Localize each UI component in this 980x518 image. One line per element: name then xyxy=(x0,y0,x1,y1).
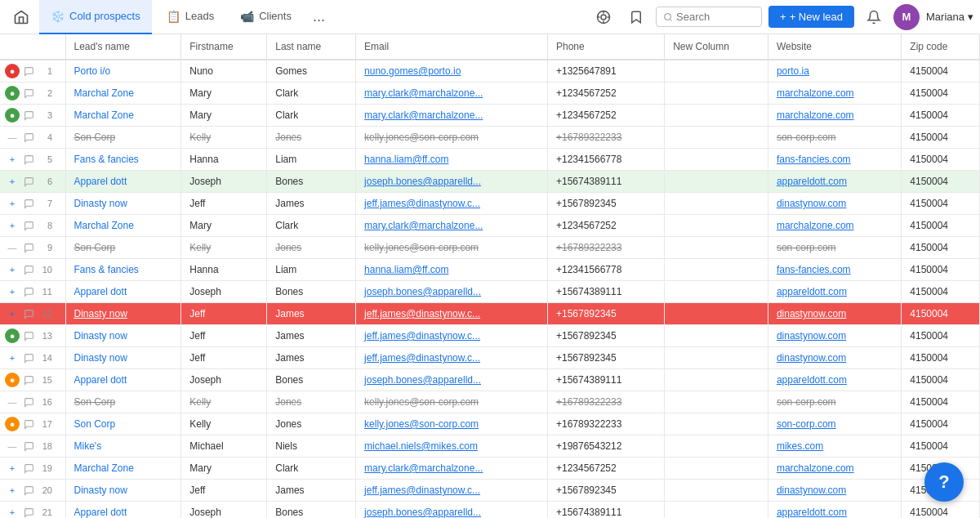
status-icon[interactable]: ● xyxy=(5,86,20,100)
chat-icon[interactable] xyxy=(21,417,36,431)
chat-icon[interactable] xyxy=(21,351,36,365)
email-link[interactable]: jeff.james@dinastynow.c... xyxy=(364,308,480,319)
email-link[interactable]: hanna.liam@ff.com xyxy=(364,154,448,165)
email-cell[interactable]: jeff.james@dinastynow.c... xyxy=(356,193,548,215)
lead-name-cell[interactable]: Apparel dott xyxy=(65,502,181,519)
website-link[interactable]: son-corp.com xyxy=(777,242,836,253)
lead-name-link[interactable]: Marchal Zone xyxy=(74,220,134,231)
chat-icon[interactable] xyxy=(21,218,36,233)
chat-icon[interactable] xyxy=(21,483,36,498)
lead-name-cell[interactable]: Dinasty now xyxy=(65,347,181,369)
email-cell[interactable]: nuno.gomes@porto.io xyxy=(356,60,548,83)
email-link[interactable]: mary.clark@marchalzone... xyxy=(364,462,483,474)
lead-name-cell[interactable]: Apparel dott xyxy=(65,369,181,391)
lead-name-cell[interactable]: Dinasty now xyxy=(65,303,181,325)
website-cell[interactable]: porto.ia xyxy=(768,60,901,83)
website-cell[interactable]: dinastynow.com xyxy=(768,480,901,502)
email-link[interactable]: jeff.james@dinastynow.c... xyxy=(364,330,480,342)
email-cell[interactable]: kelly.jones@son-corp.com xyxy=(356,127,548,149)
email-link[interactable]: mary.clark@marchalzone... xyxy=(364,87,483,99)
help-button[interactable]: ? xyxy=(924,462,964,502)
email-cell[interactable]: mary.clark@marchalzone... xyxy=(356,83,548,105)
lead-name-link[interactable]: Apparel dott xyxy=(74,507,127,518)
website-cell[interactable]: fans-fancies.com xyxy=(768,259,901,281)
chat-icon[interactable] xyxy=(21,395,36,409)
website-link[interactable]: mikes.com xyxy=(777,440,823,452)
status-icon[interactable]: ● xyxy=(5,417,20,431)
email-link[interactable]: nuno.gomes@porto.io xyxy=(364,65,461,77)
col-firstname[interactable]: Firstname xyxy=(181,34,267,60)
email-cell[interactable]: kelly.jones@son-corp.com xyxy=(356,413,548,435)
email-link[interactable]: joseph.bones@apparelld... xyxy=(364,374,481,386)
chat-icon[interactable] xyxy=(21,284,36,299)
lead-name-link[interactable]: Dinasty now xyxy=(74,352,127,364)
website-cell[interactable]: marchalzone.com xyxy=(768,458,901,480)
bookmark-icon[interactable] xyxy=(623,4,649,30)
email-cell[interactable]: joseph.bones@apparelld... xyxy=(356,369,548,391)
lead-name-link[interactable]: Son Corp xyxy=(74,242,116,253)
lead-name-link[interactable]: Apparel dott xyxy=(74,374,127,386)
email-cell[interactable]: jeff.james@dinastynow.c... xyxy=(356,347,548,369)
lead-name-link[interactable]: Apparel dott xyxy=(74,176,127,187)
email-link[interactable]: jeff.james@dinastynow.c... xyxy=(364,352,480,364)
website-link[interactable]: dinastynow.com xyxy=(777,308,846,319)
lead-name-link[interactable]: Dinasty now xyxy=(74,308,127,319)
lead-name-cell[interactable]: Marchal Zone xyxy=(65,105,181,127)
status-icon[interactable]: + xyxy=(5,306,20,321)
lead-name-cell[interactable]: Fans & fancies xyxy=(65,259,181,281)
website-cell[interactable]: dinastynow.com xyxy=(768,347,901,369)
lead-name-cell[interactable]: Dinasty now xyxy=(65,480,181,502)
status-icon[interactable]: — xyxy=(5,395,20,409)
website-link[interactable]: marchalzone.com xyxy=(777,462,854,474)
lead-name-cell[interactable]: Son Corp xyxy=(65,237,181,259)
website-cell[interactable]: dinastynow.com xyxy=(768,303,901,325)
website-link[interactable]: son-corp.com xyxy=(777,418,836,430)
website-cell[interactable]: appareldott.com xyxy=(768,502,901,519)
col-lastname[interactable]: Last name xyxy=(267,34,356,60)
chat-icon[interactable] xyxy=(21,328,36,343)
website-cell[interactable]: appareldott.com xyxy=(768,281,901,303)
website-link[interactable]: son-corp.com xyxy=(777,396,836,408)
status-icon[interactable]: + xyxy=(5,461,20,476)
website-cell[interactable]: marchalzone.com xyxy=(768,215,901,237)
status-icon[interactable]: + xyxy=(5,284,20,299)
search-box[interactable] xyxy=(656,7,762,27)
chat-icon[interactable] xyxy=(21,439,36,453)
website-cell[interactable]: marchalzone.com xyxy=(768,105,901,127)
col-lead-name[interactable]: Lead's name xyxy=(65,34,181,60)
website-link[interactable]: dinastynow.com xyxy=(777,485,846,496)
status-icon[interactable]: ● xyxy=(5,64,20,78)
email-link[interactable]: kelly.jones@son-corp.com xyxy=(364,242,479,253)
lead-name-cell[interactable]: Dinasty now xyxy=(65,193,181,215)
email-link[interactable]: jeff.james@dinastynow.c... xyxy=(364,198,480,209)
website-cell[interactable]: son-corp.com xyxy=(768,413,901,435)
lead-name-link[interactable]: Dinasty now xyxy=(74,198,127,209)
target-icon[interactable] xyxy=(590,4,617,30)
chat-icon[interactable] xyxy=(21,373,36,387)
chat-icon[interactable] xyxy=(21,108,36,123)
email-cell[interactable]: kelly.jones@son-corp.com xyxy=(356,237,548,259)
notification-icon[interactable] xyxy=(861,4,887,30)
email-link[interactable]: kelly.jones@son-corp.com xyxy=(364,396,479,408)
status-icon[interactable]: + xyxy=(5,505,20,518)
email-cell[interactable]: mary.clark@marchalzone... xyxy=(356,458,548,480)
lead-name-cell[interactable]: Dinasty now xyxy=(65,325,181,347)
email-cell[interactable]: mary.clark@marchalzone... xyxy=(356,215,548,237)
new-lead-button[interactable]: + + New lead xyxy=(768,6,854,28)
status-icon[interactable]: — xyxy=(5,130,20,145)
email-cell[interactable]: jeff.james@dinastynow.c... xyxy=(356,480,548,502)
tab-clients[interactable]: 📹 Clients xyxy=(229,0,303,34)
lead-name-link[interactable]: Apparel dott xyxy=(74,286,127,297)
website-link[interactable]: fans-fancies.com xyxy=(777,154,851,165)
tab-cold-prospects[interactable]: ❄️ Cold prospects xyxy=(39,0,152,34)
lead-name-cell[interactable]: Porto i/o xyxy=(65,60,181,83)
website-cell[interactable]: fans-fancies.com xyxy=(768,149,901,171)
lead-name-cell[interactable]: Son Corp xyxy=(65,391,181,413)
chat-icon[interactable] xyxy=(21,130,36,145)
email-link[interactable]: joseph.bones@apparelld... xyxy=(364,507,481,518)
website-link[interactable]: porto.ia xyxy=(777,65,809,77)
website-link[interactable]: marchalzone.com xyxy=(777,109,854,121)
status-icon[interactable]: — xyxy=(5,439,20,453)
status-icon[interactable]: + xyxy=(5,174,20,189)
email-cell[interactable]: hanna.liam@ff.com xyxy=(356,259,548,281)
